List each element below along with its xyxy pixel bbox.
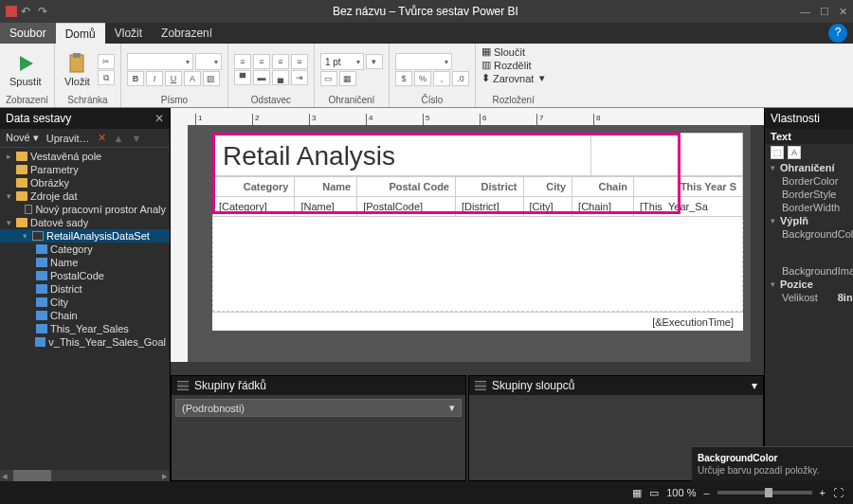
prop-cat-icon[interactable]: A	[788, 146, 801, 159]
report-title[interactable]: Retail Analysis	[212, 133, 591, 176]
prop-group-fill[interactable]: ▾Výplň	[765, 214, 853, 227]
number-format-combo[interactable]	[395, 53, 452, 70]
status-bar: ▦ ▭ 100 % – + ⛶	[0, 481, 853, 504]
property-description: BackgroundColor Určuje barvu pozadí polo…	[692, 446, 853, 481]
dataset-icon	[32, 231, 44, 241]
prop-row[interactable]: BackgroundImage	[765, 264, 853, 278]
align-right-button[interactable]: ≡	[272, 54, 289, 69]
prop-row[interactable]: Velikost8in, 2.25in	[765, 291, 853, 304]
close-icon[interactable]: ✕	[839, 6, 847, 18]
prop-group-border[interactable]: ▾Ohraničení	[765, 161, 853, 174]
col-header[interactable]: City	[523, 177, 572, 197]
undo-icon[interactable]: ↶	[21, 5, 34, 18]
new-button[interactable]: Nové ▾	[6, 132, 39, 144]
data-cell[interactable]: [Chain]	[572, 197, 634, 217]
indent-button[interactable]: ⇥	[291, 70, 308, 85]
col-header[interactable]: This Year S	[634, 177, 743, 197]
data-cell[interactable]: [This_Year_Sa	[634, 197, 743, 217]
align-left-button[interactable]: ≡	[234, 54, 251, 69]
merge-button[interactable]: ▦Sloučit	[481, 45, 525, 58]
valign-bottom-button[interactable]: ▄	[272, 70, 289, 85]
border-color-button[interactable]: ▾	[366, 54, 383, 69]
data-cell[interactable]: [Name]	[295, 197, 357, 217]
align-button[interactable]: ⬍Zarovnat ▾	[481, 72, 545, 84]
redo-icon[interactable]: ↷	[38, 5, 51, 18]
delete-icon[interactable]: ✕	[98, 132, 106, 144]
page-view-icon[interactable]: ▭	[649, 487, 659, 499]
data-cell[interactable]: [Category]	[213, 197, 295, 217]
ribbon: Spustit Zobrazení Vložit ✂ ⧉ Schránka	[0, 44, 853, 108]
report-table[interactable]: Category Name Postal Code District City …	[212, 176, 743, 217]
menu-home[interactable]: Domů	[56, 23, 105, 44]
col-header[interactable]: Category	[213, 177, 295, 197]
valign-top-button[interactable]: ▀	[234, 70, 251, 85]
fit-page-icon[interactable]: ⛶	[833, 487, 844, 498]
border-width-combo[interactable]: 1 pt	[320, 53, 364, 70]
edit-button[interactable]: Upravit…	[46, 133, 90, 144]
help-icon[interactable]: ?	[828, 24, 847, 43]
data-cell[interactable]: [District]	[456, 197, 524, 217]
svg-rect-2	[73, 53, 81, 58]
horizontal-scrollbar[interactable]	[171, 362, 764, 375]
col-header[interactable]: Name	[295, 177, 357, 197]
align-center-button[interactable]: ≡	[253, 54, 270, 69]
currency-button[interactable]: $	[395, 71, 412, 86]
italic-button[interactable]: I	[146, 71, 163, 86]
menu-view[interactable]: Zobrazení	[152, 23, 222, 44]
font-color-button[interactable]: A	[184, 71, 201, 86]
menu-insert[interactable]: Vložit	[105, 23, 152, 44]
dropdown-icon[interactable]: ▾	[449, 402, 455, 414]
bold-button[interactable]: B	[127, 71, 144, 86]
grid-icon	[177, 381, 189, 390]
maximize-icon[interactable]: ☐	[820, 6, 829, 18]
report-data-title: Data sestavy	[6, 112, 71, 125]
zoom-out-button[interactable]: –	[703, 487, 709, 498]
col-header[interactable]: District	[456, 177, 524, 197]
align-justify-button[interactable]: ≡	[291, 54, 308, 69]
prop-group-position[interactable]: ▾Pozice	[765, 278, 853, 291]
move-down-icon[interactable]: ▼	[131, 133, 141, 144]
left-scrollbar[interactable]: ◂▸	[0, 470, 170, 481]
minimize-icon[interactable]: —	[800, 6, 810, 18]
layout-view-icon[interactable]: ▦	[632, 487, 642, 499]
row-group-item[interactable]: (Podrobnosti)▾	[175, 399, 462, 417]
selected-object-type: Text	[765, 129, 853, 144]
cut-button[interactable]: ✂	[98, 54, 115, 69]
border-preset-button[interactable]: ▦	[339, 71, 356, 86]
font-family-combo[interactable]	[127, 53, 193, 70]
comma-button[interactable]: ,	[433, 71, 450, 86]
report-body[interactable]: Retail Analysis Category Name Postal Cod…	[212, 133, 743, 331]
copy-button[interactable]: ⧉	[98, 70, 115, 85]
prop-sort-icon[interactable]: ⬚	[771, 146, 784, 159]
group-menu-icon[interactable]: ▾	[752, 379, 757, 392]
prop-row[interactable]: BackgroundColor☐ Bez barvy	[765, 227, 853, 264]
decimal-inc-button[interactable]: .0	[452, 71, 469, 86]
zoom-in-button[interactable]: +	[820, 487, 826, 498]
paste-button[interactable]: Vložit	[61, 51, 94, 89]
data-cell[interactable]: [City]	[523, 197, 572, 217]
data-cell[interactable]: [PostalCode]	[357, 197, 456, 217]
vertical-scrollbar[interactable]	[751, 125, 764, 362]
valign-mid-button[interactable]: ▬	[253, 70, 270, 85]
col-header[interactable]: Postal Code	[357, 177, 456, 197]
fill-color-button[interactable]: ▨	[203, 71, 220, 86]
menu-file[interactable]: Soubor	[0, 23, 56, 44]
prop-row[interactable]: BorderColorČerná	[765, 174, 853, 188]
data-tree[interactable]: ▸Vestavěná pole Parametry Obrázky ▾Zdroj…	[0, 148, 170, 470]
percent-button[interactable]: %	[414, 71, 431, 86]
field-icon	[36, 271, 47, 280]
border-style-button[interactable]: ▭	[320, 71, 337, 86]
vertical-ruler[interactable]	[171, 125, 188, 362]
prop-row[interactable]: BorderWidth1 pt	[765, 201, 853, 214]
zoom-slider[interactable]	[717, 491, 812, 495]
page-footer[interactable]: [&ExecutionTime]	[212, 312, 743, 331]
prop-row[interactable]: BorderStyleŽádné	[765, 188, 853, 201]
run-button[interactable]: Spustit	[6, 51, 45, 89]
split-button[interactable]: ▥Rozdělit	[481, 59, 532, 71]
underline-button[interactable]: U	[165, 71, 182, 86]
col-header[interactable]: Chain	[572, 177, 634, 197]
horizontal-ruler[interactable]: 12345678	[171, 108, 764, 125]
move-up-icon[interactable]: ▲	[114, 133, 124, 144]
font-size-combo[interactable]	[195, 53, 222, 70]
panel-close-icon[interactable]: ✕	[154, 112, 164, 125]
